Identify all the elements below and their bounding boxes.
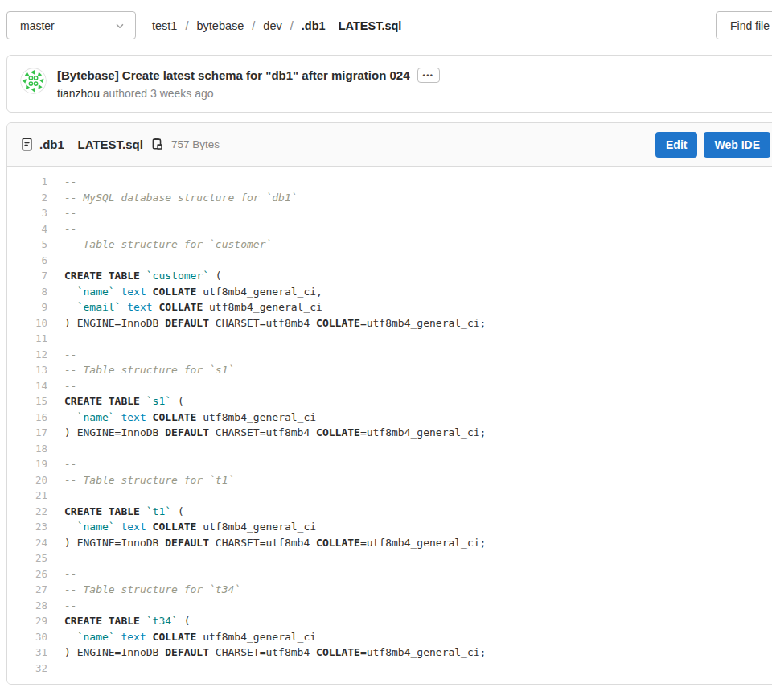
ellipsis-icon[interactable]: ••• (417, 68, 440, 83)
line-number[interactable]: 32 (7, 661, 55, 677)
breadcrumb-separator: / (290, 19, 294, 32)
last-commit-box: [Bytebase] Create latest schema for "db1… (6, 55, 772, 113)
code-line-content: -- (55, 174, 77, 190)
line-number[interactable]: 7 (7, 268, 55, 284)
line-number[interactable]: 22 (7, 504, 55, 520)
line-number[interactable]: 1 (7, 174, 55, 190)
line-number[interactable]: 13 (7, 362, 55, 378)
line-number[interactable]: 18 (7, 441, 55, 457)
code-line-content: `name` text COLLATE utf8mb4_general_ci (55, 410, 316, 426)
code-line: 8 `name` text COLLATE utf8mb4_general_ci… (7, 284, 772, 300)
line-number[interactable]: 29 (7, 613, 55, 629)
code-line: 27-- Table structure for `t34` (7, 582, 772, 598)
copy-icon[interactable] (150, 138, 164, 151)
code-line-content: `name` text COLLATE utf8mb4_general_ci, (55, 284, 322, 300)
code-line: 24) ENGINE=InnoDB DEFAULT CHARSET=utf8mb… (7, 535, 772, 551)
code-line-content: -- (55, 598, 77, 614)
code-line-content: -- (55, 221, 77, 237)
breadcrumb-separator: / (185, 19, 188, 32)
line-number[interactable]: 3 (7, 205, 55, 221)
chevron-down-icon (114, 20, 125, 31)
line-number[interactable]: 9 (7, 299, 55, 315)
code-line-content: ) ENGINE=InnoDB DEFAULT CHARSET=utf8mb4 … (55, 315, 486, 331)
line-number[interactable]: 27 (7, 582, 55, 598)
branch-selector[interactable]: master (6, 11, 136, 39)
code-line-content: `name` text COLLATE utf8mb4_general_ci (55, 629, 316, 645)
breadcrumb-segment[interactable]: dev (263, 19, 281, 32)
breadcrumb-segment[interactable]: test1 (152, 19, 177, 32)
code-line: 16 `name` text COLLATE utf8mb4_general_c… (7, 410, 772, 426)
line-number[interactable]: 21 (7, 488, 55, 504)
code-line-content: CREATE TABLE `t1` ( (55, 504, 184, 520)
code-line: 13-- Table structure for `s1` (7, 362, 772, 378)
code-line-content: CREATE TABLE `t34` ( (55, 613, 191, 629)
line-number[interactable]: 20 (7, 472, 55, 488)
line-number[interactable]: 12 (7, 347, 55, 363)
code-line-content: -- (55, 456, 77, 472)
breadcrumb-current-file: .db1__LATEST.sql (302, 19, 402, 32)
edit-button[interactable]: Edit (655, 132, 697, 158)
code-line: 29CREATE TABLE `t34` ( (7, 613, 772, 629)
file-name: .db1__LATEST.sql (39, 138, 143, 151)
code-line: 4-- (7, 221, 772, 237)
code-line-content: `name` text COLLATE utf8mb4_general_ci (55, 519, 316, 535)
code-line: 9 `email` text COLLATE utf8mb4_general_c… (7, 299, 772, 315)
line-number[interactable]: 8 (7, 284, 55, 300)
code-line-content: ) ENGINE=InnoDB DEFAULT CHARSET=utf8mb4 … (55, 425, 486, 441)
breadcrumb-segment[interactable]: bytebase (196, 19, 244, 32)
code-line: 32 (7, 661, 772, 677)
code-line-content: -- (55, 347, 77, 363)
line-number[interactable]: 30 (7, 629, 55, 645)
code-line-content (55, 550, 71, 566)
code-line: 28-- (7, 598, 772, 614)
code-line-content: -- Table structure for `t34` (55, 582, 240, 598)
commit-title[interactable]: [Bytebase] Create latest schema for "db1… (57, 68, 410, 82)
line-number[interactable]: 10 (7, 315, 55, 331)
code-line-content: -- (55, 205, 77, 221)
line-number[interactable]: 17 (7, 425, 55, 441)
code-line-content: -- (55, 253, 77, 269)
line-number[interactable]: 26 (7, 566, 55, 583)
line-number[interactable]: 4 (7, 221, 55, 237)
line-number[interactable]: 24 (7, 535, 55, 551)
line-number[interactable]: 25 (7, 550, 55, 566)
code-line: 21-- (7, 488, 772, 504)
commit-meta: tianzhou authored 3 weeks ago (57, 87, 440, 100)
code-line-content: -- Table structure for `t1` (55, 472, 234, 488)
line-number[interactable]: 11 (7, 331, 55, 347)
code-line-content: -- Table structure for `customer` (55, 237, 272, 253)
line-number[interactable]: 16 (7, 410, 55, 426)
file-document-icon (20, 138, 34, 151)
line-number[interactable]: 19 (7, 456, 55, 472)
code-line-content (55, 331, 71, 347)
commit-author-avatar[interactable] (20, 68, 47, 94)
line-number[interactable]: 28 (7, 598, 55, 614)
code-line: 15CREATE TABLE `s1` ( (7, 393, 772, 410)
line-number[interactable]: 14 (7, 378, 55, 394)
find-file-button[interactable]: Find file (716, 11, 772, 39)
code-line: 25 (7, 550, 772, 566)
breadcrumb-separator: / (252, 19, 255, 32)
line-number[interactable]: 2 (7, 190, 55, 206)
line-number[interactable]: 31 (7, 644, 55, 661)
code-line: 5-- Table structure for `customer` (7, 237, 772, 253)
code-line: 11 (7, 331, 772, 347)
code-line: 18 (7, 441, 772, 457)
web-ide-button[interactable]: Web IDE (704, 132, 770, 158)
commit-author-name[interactable]: tianzhou (57, 87, 100, 100)
code-line: 14-- (7, 378, 772, 394)
code-line-content: -- Table structure for `s1` (55, 362, 234, 378)
line-number[interactable]: 5 (7, 237, 55, 253)
line-number[interactable]: 23 (7, 519, 55, 535)
code-line: 31) ENGINE=InnoDB DEFAULT CHARSET=utf8mb… (7, 644, 772, 661)
file-size: 757 Bytes (171, 138, 220, 150)
code-line-content: -- MySQL database structure for `db1` (55, 190, 298, 206)
file-viewer-box: .db1__LATEST.sql 757 Bytes Edit Web IDE … (6, 122, 772, 685)
commit-authored-text: authored 3 weeks ago (103, 87, 214, 100)
code-line-content: `email` text COLLATE utf8mb4_general_ci (55, 299, 322, 315)
commit-info: [Bytebase] Create latest schema for "db1… (57, 68, 440, 100)
code-line: 17) ENGINE=InnoDB DEFAULT CHARSET=utf8mb… (7, 425, 772, 441)
line-number[interactable]: 15 (7, 393, 55, 410)
line-number[interactable]: 6 (7, 253, 55, 269)
code-line: 30 `name` text COLLATE utf8mb4_general_c… (7, 629, 772, 645)
